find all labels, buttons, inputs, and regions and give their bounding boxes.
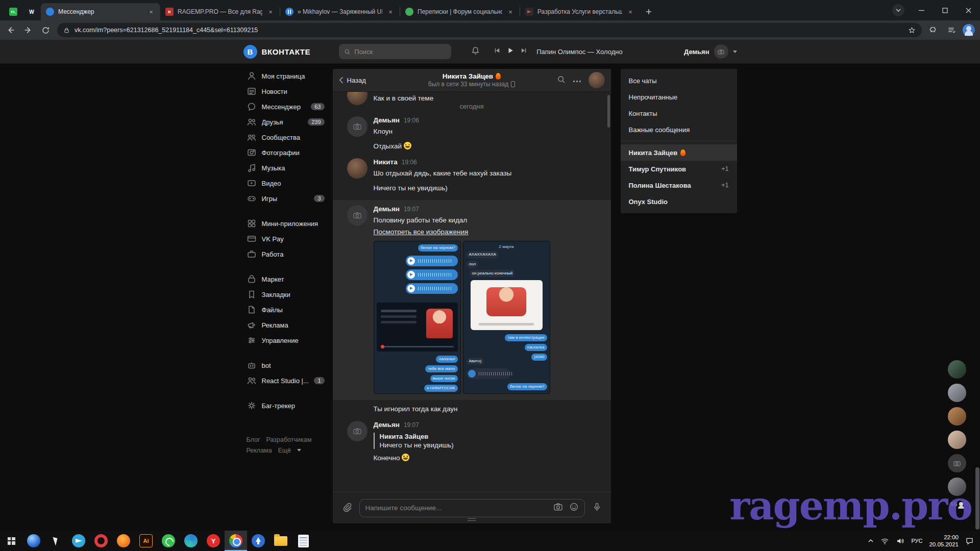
emoji-smile-icon[interactable] (569, 502, 579, 514)
sidebar-item-friends[interactable]: Друзья239 (243, 114, 328, 130)
chatlist-item-timur[interactable]: Тимур Спутников+1 (621, 161, 737, 177)
keyboard-language[interactable]: РУС (911, 538, 922, 544)
yandex-browser-icon[interactable]: Y (202, 531, 225, 551)
message-group-selected[interactable]: Демьян19:07 Половину работы тебе кидал П… (333, 200, 611, 400)
filter-important[interactable]: Важные сообщения (621, 121, 737, 138)
sidebar-item-photos[interactable]: Фотографии (243, 145, 328, 160)
pinned-tab-wiki[interactable]: W (22, 3, 41, 20)
blog-link[interactable]: Блог (247, 436, 260, 443)
tab-close-icon[interactable]: × (506, 8, 514, 16)
more-link[interactable]: Ещё (278, 447, 291, 454)
vk-search-box[interactable] (339, 44, 451, 59)
notifications-bell-icon[interactable] (471, 46, 480, 58)
message-author[interactable]: Демьян (374, 116, 400, 124)
browser-profile-avatar[interactable] (963, 24, 975, 36)
tab-dev[interactable]: Разработка Услуги верстальщи × (520, 3, 640, 20)
volume-icon[interactable] (896, 537, 904, 545)
friend-avatar-camera[interactable] (948, 454, 966, 472)
vk-logo-icon[interactable]: B (243, 45, 257, 59)
chrome-icon[interactable] (225, 531, 247, 551)
chat-peer-info[interactable]: Никита Зайцев был в сети 33 минуты назад (428, 72, 515, 88)
maximize-button[interactable] (933, 0, 957, 20)
reply-quote[interactable]: Никита Зайцев Ничего ты не увидишь) (374, 433, 597, 449)
app-icon-blue-arrow[interactable] (247, 531, 270, 551)
clock[interactable]: 22:00 20.05.2021 (929, 534, 959, 548)
now-playing-track[interactable]: Папин Олимпос — Холодно (536, 48, 623, 56)
sidebar-item-react-studio[interactable]: React Studio |...1 (243, 373, 328, 388)
tab-ragemp[interactable]: R RAGEMP.PRO — Все для RageMP × (160, 3, 280, 20)
show-all-images-link[interactable]: Посмотреть все изображения (374, 228, 469, 236)
player-next-icon[interactable] (520, 47, 527, 56)
sender-avatar[interactable] (347, 421, 368, 441)
app-icon-orange[interactable] (112, 531, 135, 551)
extensions-icon[interactable] (928, 24, 939, 36)
sender-avatar[interactable] (347, 116, 368, 137)
vk-search-input[interactable] (354, 48, 446, 56)
message-input-box[interactable] (359, 499, 585, 517)
reload-icon[interactable] (40, 24, 51, 36)
sidebar-item-market[interactable]: Маркет (243, 271, 328, 287)
ads-link[interactable]: Реклама (247, 447, 272, 454)
chat-peer-avatar[interactable] (589, 72, 605, 88)
messages-area[interactable]: сегодня Как и в своей теме Демьян19:06 К… (333, 92, 611, 492)
edge-icon[interactable] (180, 531, 202, 551)
tab-messenger[interactable]: Мессенджер × (41, 3, 160, 20)
sidebar-item-files[interactable]: Файлы (243, 302, 328, 317)
filter-unread[interactable]: Непрочитанные (621, 89, 737, 105)
filter-all-chats[interactable]: Все чаты (621, 72, 737, 89)
chat-search-icon[interactable] (557, 75, 566, 86)
sidebar-item-games[interactable]: Игры3 (243, 191, 328, 206)
chat-more-icon[interactable] (573, 76, 581, 85)
message-author[interactable]: Демьян (374, 421, 400, 429)
sidebar-item-ads[interactable]: Реклама (243, 317, 328, 333)
friend-avatar[interactable] (948, 478, 966, 496)
friend-avatar[interactable] (948, 384, 966, 402)
sidebar-item-news[interactable]: Новости (243, 84, 328, 99)
sender-avatar[interactable] (347, 205, 368, 226)
forward-icon[interactable] (22, 24, 34, 36)
composer-resize-handle[interactable] (468, 518, 476, 521)
friend-avatar[interactable] (948, 407, 966, 425)
whatsapp-icon[interactable] (157, 531, 180, 551)
chatlist-item-nikita[interactable]: Никита Зайцев (621, 144, 737, 161)
minimize-button[interactable] (910, 0, 933, 20)
attachment-image-1[interactable]: белое на черном? лалалал тебе все мало в… (374, 241, 461, 394)
photo-camera-icon[interactable] (553, 502, 563, 514)
file-explorer-icon[interactable] (270, 531, 292, 551)
tab-search-button[interactable] (892, 4, 904, 16)
address-bar[interactable]: vk.com/im?peers=621312686_521911184_c445… (57, 23, 922, 37)
sender-avatar[interactable] (347, 158, 368, 179)
friend-avatar[interactable] (948, 431, 966, 449)
opera-icon[interactable] (90, 531, 112, 551)
sidebar-item-miniapps[interactable]: Мини-приложения (243, 216, 328, 231)
app-icon-blue-sphere[interactable] (22, 531, 45, 551)
attachment-image-2[interactable]: 2 марта АХАХХАХАХА лол он реально конечн… (463, 241, 550, 394)
start-button[interactable] (0, 531, 22, 551)
close-button[interactable] (957, 0, 980, 20)
tab-forum[interactable]: Переписки | Форум социальной × (400, 3, 520, 20)
bookmark-star-icon[interactable] (908, 27, 916, 34)
message-author[interactable]: Никита (374, 158, 398, 166)
tab-close-icon[interactable]: × (147, 8, 155, 16)
online-friends-count[interactable]: 66 (951, 501, 964, 507)
sidebar-item-bot[interactable]: bot (243, 358, 328, 373)
sidebar-item-bugtracker[interactable]: Баг-трекер (243, 398, 328, 413)
tab-close-icon[interactable]: × (266, 8, 275, 16)
pinned-tab-fl[interactable]: FL (4, 3, 22, 20)
illustrator-icon[interactable]: Ai (135, 531, 157, 551)
sidebar-item-jobs[interactable]: Работа (243, 246, 328, 262)
page-scrollbar-thumb[interactable] (975, 467, 979, 530)
reading-list-icon[interactable] (945, 24, 957, 36)
sidebar-item-profile[interactable]: Моя страница (243, 68, 328, 84)
notepad-icon[interactable] (292, 531, 314, 551)
player-play-icon[interactable] (507, 47, 514, 56)
sidebar-item-groups[interactable]: Сообщества (243, 130, 328, 145)
network-icon[interactable] (880, 537, 889, 545)
vk-user-menu[interactable]: Демьян (684, 44, 737, 59)
sidebar-item-music[interactable]: Музыка (243, 160, 328, 176)
sidebar-item-vkpay[interactable]: VK Pay (243, 231, 328, 246)
friend-avatar[interactable] (948, 360, 966, 379)
app-icon-cursor[interactable] (45, 531, 67, 551)
back-icon[interactable] (5, 24, 16, 36)
sidebar-item-messenger[interactable]: Мессенджер63 (243, 99, 328, 114)
